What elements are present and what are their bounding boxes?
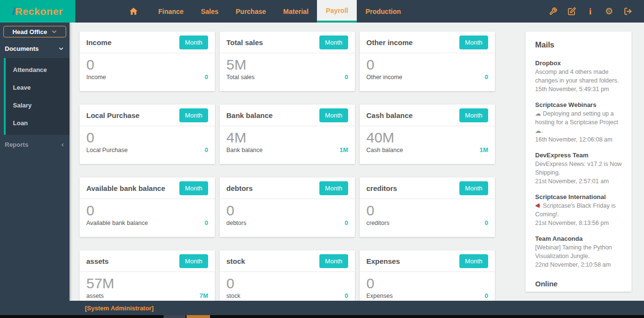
sidebar-item-salary[interactable]: Salary xyxy=(6,96,70,114)
card-label: Income xyxy=(86,74,106,81)
metric-card: Expenses Month 0 Expenses 0 xyxy=(360,250,495,301)
card-sub-value[interactable]: 0 xyxy=(205,146,208,153)
logo-text-i: i xyxy=(12,6,15,17)
month-button[interactable]: Month xyxy=(179,181,208,195)
month-button[interactable]: Month xyxy=(179,254,208,268)
office-selector-label: Head Office xyxy=(12,28,47,35)
month-button[interactable]: Month xyxy=(179,108,208,122)
sidebar-item-loan[interactable]: Loan xyxy=(6,114,70,132)
mail-item[interactable]: Scriptcase Webinars ☁ Deploying and sett… xyxy=(535,101,622,144)
card-sub-value[interactable]: 0 xyxy=(205,73,208,81)
online-heading: Online xyxy=(535,280,622,288)
edit-icon[interactable] xyxy=(567,7,576,16)
card-value: 0 xyxy=(226,275,348,292)
mail-list: Dropbox Ascomp and 4 others made changes… xyxy=(535,59,622,269)
chevron-left-icon: ‹ xyxy=(61,141,64,148)
card-label: Local Purchase xyxy=(86,147,128,153)
mail-date: 16th November, 12:06:08 am xyxy=(535,135,622,144)
month-button[interactable]: Month xyxy=(459,254,488,268)
logged-in-user: [System Administrator] xyxy=(0,305,153,312)
card-sub-value[interactable]: 0 xyxy=(205,219,208,226)
nav-tab-purchase[interactable]: Purchase xyxy=(227,0,275,23)
card-sub-value[interactable]: 1M xyxy=(480,146,488,153)
wrench-icon[interactable] xyxy=(548,7,558,16)
card-sub-value[interactable]: 0 xyxy=(345,219,348,226)
card-title: Available bank balance xyxy=(86,184,165,192)
card-sub-value[interactable]: 0 xyxy=(485,292,488,299)
info-icon[interactable]: i xyxy=(585,7,595,16)
month-button[interactable]: Month xyxy=(319,35,348,49)
mail-item[interactable]: Team Anaconda [Webinar] Taming the Pytho… xyxy=(535,235,622,269)
month-button[interactable]: Month xyxy=(319,254,348,268)
mails-heading: Mails xyxy=(535,41,622,49)
gear-icon[interactable]: ⚙ xyxy=(604,7,614,16)
nav-tab-payroll[interactable]: Payroll xyxy=(317,0,357,23)
month-button[interactable]: Month xyxy=(459,35,488,49)
card-label: stock xyxy=(226,293,240,299)
metric-card-header: Other income Month xyxy=(360,32,495,53)
mail-date: 15th November, 5:49:31 pm xyxy=(535,85,622,94)
chevron-down-icon xyxy=(59,46,64,51)
metric-card-body: 57M assets 7M xyxy=(80,272,215,299)
card-value: 5M xyxy=(226,57,348,73)
metric-card-body: 0 Expenses 0 xyxy=(360,272,495,299)
metric-card-header: creditors Month xyxy=(360,177,495,199)
month-button[interactable]: Month xyxy=(459,108,488,122)
mail-body: Scriptcase's Black Friday is Coming!. xyxy=(535,201,622,219)
metric-card-header: Total sales Month xyxy=(220,32,355,53)
nav-tab-production[interactable]: Production xyxy=(357,0,410,23)
card-title: Expenses xyxy=(366,257,400,265)
metric-card: creditors Month 0 creditors 0 xyxy=(360,177,495,237)
navbar-actions: i ⚙ xyxy=(548,0,644,23)
main-content: Income Month 0 Income 0 Total sales Mont… xyxy=(70,23,644,301)
metric-card-body: 0 Other income 0 xyxy=(360,53,495,81)
mail-date: 21st November, 8:13:56 pm xyxy=(535,219,622,227)
card-label: debtors xyxy=(226,220,246,226)
sidebar-item-leave[interactable]: Leave xyxy=(6,79,70,96)
card-sub-value[interactable]: 0 xyxy=(345,292,348,299)
footer-bar: [System Administrator] xyxy=(0,301,644,315)
mail-item[interactable]: DevExpress Team DevExpress News: v17.2 i… xyxy=(535,152,622,186)
logo-text-rest: Reckoner xyxy=(15,6,63,17)
sidebar-section-documents[interactable]: Documents xyxy=(0,39,70,58)
metric-card: assets Month 57M assets 7M xyxy=(80,250,215,301)
nav-tab-finance[interactable]: Finance xyxy=(150,0,192,23)
office-selector[interactable]: Head Office xyxy=(3,26,66,37)
month-button[interactable]: Month xyxy=(459,181,488,195)
card-label: Total sales xyxy=(226,74,255,81)
metric-card: debtors Month 0 debtors 0 xyxy=(220,177,355,237)
card-sub-value[interactable]: 7M xyxy=(199,292,208,299)
app-logo[interactable]: iReckoner xyxy=(0,0,75,23)
card-label: Other income xyxy=(366,74,402,81)
scrollbar-thumb[interactable] xyxy=(187,315,210,318)
card-sub-value[interactable]: 0 xyxy=(485,219,488,226)
metric-card-header: stock Month xyxy=(220,250,355,272)
sidebar-item-attendance[interactable]: Attendance xyxy=(6,61,70,79)
chevron-down-icon xyxy=(51,29,57,35)
card-value: 0 xyxy=(86,130,208,146)
metric-card-body: 5M Total sales 0 xyxy=(220,53,355,81)
top-navbar: iReckoner Finance Sales Purchase Materia… xyxy=(0,0,644,23)
metric-card-body: 0 Income 0 xyxy=(80,53,215,81)
card-title: Cash balance xyxy=(366,111,413,119)
card-sub-value[interactable]: 0 xyxy=(345,73,348,81)
metric-card: Other income Month 0 Other income 0 xyxy=(360,32,495,91)
sidebar-section-reports[interactable]: Reports ‹ xyxy=(0,135,70,154)
metric-card-body: 40M Cash balance 1M xyxy=(360,126,495,153)
mail-item[interactable]: Dropbox Ascomp and 4 others made changes… xyxy=(535,59,622,94)
nav-tab-sales[interactable]: Sales xyxy=(192,0,227,23)
mail-item[interactable]: Scriptcase International Scriptcase's Bl… xyxy=(535,193,622,227)
month-button[interactable]: Month xyxy=(179,35,208,49)
metric-card-header: Income Month xyxy=(80,32,215,53)
month-button[interactable]: Month xyxy=(319,108,348,122)
metric-card-header: Bank balance Month xyxy=(220,105,355,126)
mail-sender: Team Anaconda xyxy=(535,235,622,242)
sign-out-icon[interactable] xyxy=(623,7,632,16)
sidebar-section-label: Reports xyxy=(5,141,28,148)
month-button[interactable]: Month xyxy=(319,181,348,195)
card-value: 0 xyxy=(86,57,208,73)
card-sub-value[interactable]: 0 xyxy=(485,73,488,81)
nav-home[interactable] xyxy=(117,0,150,23)
card-sub-value[interactable]: 1M xyxy=(340,146,348,153)
nav-tab-material[interactable]: Material xyxy=(275,0,317,23)
